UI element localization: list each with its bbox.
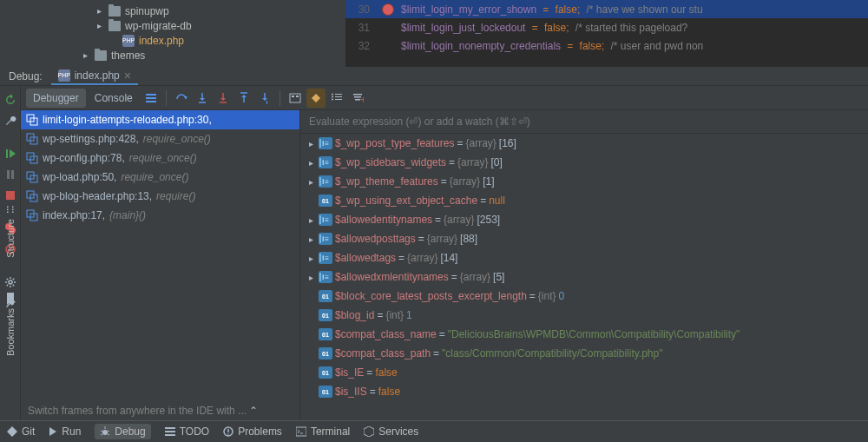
chevron-icon: ▸ (94, 21, 104, 30)
tree-item[interactable]: ▸themes (0, 48, 345, 63)
tree-item[interactable]: PHPindex.php (0, 33, 345, 48)
step-into-icon[interactable] (193, 89, 212, 108)
trace-icon[interactable] (306, 89, 326, 108)
variable-row[interactable]: 01 $blog_id = {int} 1 (300, 306, 868, 325)
threads-icon[interactable] (141, 89, 161, 108)
frames-panel[interactable]: limit-login-attempts-reloaded.php:30,wp-… (21, 110, 300, 420)
variable-row[interactable]: ▸⁞≡ $_wp_theme_features = {array} [1] (300, 172, 868, 191)
var-name: $allowedxmlentitynames (335, 271, 449, 283)
var-name: $_wp_theme_features (335, 175, 438, 188)
debug-tabs: Debug: PHP index.php × (0, 67, 868, 86)
chevron-icon: ▸ (306, 215, 316, 225)
svg-rect-57 (296, 427, 306, 436)
var-name: $allowedposttags (335, 233, 416, 245)
step-out-icon[interactable] (234, 89, 253, 108)
line-number: 32 (345, 40, 377, 52)
variable-row[interactable]: 01 $block_core_latest_posts_excerpt_leng… (300, 287, 868, 306)
frame-icon (26, 190, 38, 202)
variable-row[interactable]: 01 $compat_class_path = "class/Common/Co… (300, 344, 868, 363)
svg-rect-21 (292, 96, 294, 97)
line-number: 31 (345, 22, 377, 34)
var-name: $_wp_post_type_features (335, 137, 454, 149)
rerun-button[interactable] (0, 89, 21, 110)
code-line[interactable]: 30$limit_login_my_error_shown = false; /… (345, 0, 868, 18)
wrench-button[interactable] (0, 110, 21, 131)
variable-row[interactable]: ▸⁞≡ $allowedposttags = {array} [88] (300, 229, 868, 248)
variable-row[interactable]: 01 $is_IE = false (300, 363, 868, 382)
filter-icon[interactable]: + (348, 89, 367, 108)
stack-frame[interactable]: wp-config.php:78, require_once() (21, 148, 299, 168)
stack-frame[interactable]: wp-settings.php:428, require_once() (21, 129, 299, 148)
svg-text:+: + (360, 94, 364, 104)
console-tab[interactable]: Console (88, 89, 140, 108)
breakpoint-icon[interactable] (382, 3, 394, 16)
variables-panel[interactable]: Evaluate expression (⏎) or add a watch (… (300, 110, 868, 420)
services-button[interactable]: Services (364, 426, 418, 438)
close-icon[interactable]: × (124, 69, 131, 82)
variable-row[interactable]: 01 $compat_class_name = "DeliciousBrains… (300, 325, 868, 344)
project-tree[interactable]: ▸spinupwp▸wp-migrate-dbPHPindex.php▸them… (0, 0, 345, 67)
svg-rect-25 (335, 99, 342, 100)
svg-rect-10 (146, 97, 156, 99)
svg-rect-9 (146, 94, 156, 96)
scalar-icon: 01 (319, 366, 332, 379)
code-line[interactable]: 31$limit_login_just_lockedout = false; /… (345, 18, 868, 36)
debugger-tab[interactable]: Debugger (26, 89, 86, 108)
var-name: $is_IE (335, 366, 364, 379)
stack-frame[interactable]: limit-login-attempts-reloaded.php:30, (21, 110, 299, 129)
variable-row[interactable]: ▸⁞≡ $_wp_post_type_features = {array} [1… (300, 134, 868, 153)
svg-point-27 (332, 96, 333, 97)
svg-line-48 (108, 431, 109, 432)
bookmarks-tool[interactable]: Bookmarks (5, 293, 16, 356)
variable-row[interactable]: ▸⁞≡ $allowedentitynames = {array} [253] (300, 210, 868, 229)
array-icon: ⁞≡ (319, 214, 332, 226)
problems-button[interactable]: Problems (223, 426, 282, 438)
code-editor[interactable]: 30$limit_login_my_error_shown = false; /… (345, 0, 868, 67)
var-name: $allowedtags (335, 252, 396, 264)
terminal-button[interactable]: Terminal (296, 426, 350, 438)
variable-row[interactable]: 01 $_wp_using_ext_object_cache = null (300, 191, 868, 210)
watch-input[interactable]: Evaluate expression (⏎) or add a watch (… (300, 110, 868, 134)
frame-function: require_once() (121, 171, 188, 183)
code-line[interactable]: 32$limit_login_nonempty_credentials = fa… (345, 36, 868, 55)
run-to-cursor-icon[interactable] (255, 89, 274, 108)
svg-rect-52 (165, 431, 175, 432)
svg-rect-22 (296, 96, 299, 97)
var-name: $compat_class_path (335, 347, 431, 360)
stack-frame[interactable]: wp-load.php:50, require_once() (21, 168, 299, 187)
svg-rect-19 (266, 101, 267, 104)
svg-point-26 (332, 93, 333, 95)
force-step-into-icon[interactable] (214, 89, 233, 108)
step-over-icon[interactable] (172, 89, 191, 108)
variable-row[interactable]: ▸⁞≡ $allowedxmlentitynames = {array} [5] (300, 267, 868, 287)
tab-index-php[interactable]: PHP index.php × (51, 67, 138, 85)
chevron-icon: ▸ (80, 50, 90, 60)
variable-row[interactable]: ▸⁞≡ $allowedtags = {array} [14] (300, 248, 868, 267)
evaluate-icon[interactable] (286, 89, 305, 108)
svg-rect-20 (290, 94, 300, 102)
code-text: $limit_login_nonempty_credentials = fals… (401, 40, 703, 52)
tree-label: spinupwp (125, 5, 169, 17)
git-button[interactable]: Git (7, 426, 35, 438)
todo-button[interactable]: TODO (165, 426, 209, 438)
debug-button[interactable]: Debug (95, 424, 150, 439)
variable-row[interactable]: ▸⁞≡ $_wp_sidebars_widgets = {array} [0] (300, 153, 868, 172)
variable-row[interactable]: 01 $is_IIS = false (300, 382, 868, 401)
structure-tool[interactable]: ⫶⫶ Structure (5, 203, 16, 258)
var-name: $allowedentitynames (335, 214, 432, 226)
line-number: 30 (345, 3, 377, 16)
stack-frame[interactable]: index.php:17, {main}() (21, 206, 299, 225)
run-button[interactable]: Run (49, 426, 81, 438)
scalar-icon: 01 (319, 309, 332, 321)
chevron-icon: ▸ (306, 139, 316, 148)
var-name: $compat_class_name (335, 328, 437, 340)
code-text: $limit_login_just_lockedout = false; /* … (401, 22, 687, 34)
tree-item[interactable]: ▸wp-migrate-db (0, 18, 345, 33)
array-icon: ⁞≡ (319, 252, 332, 264)
frame-label: wp-load.php:50, (43, 171, 116, 183)
sort-icon[interactable] (327, 89, 346, 108)
left-sidebar: ⫶⫶ Structure Bookmarks (0, 156, 21, 373)
tree-item[interactable]: ▸spinupwp (0, 3, 345, 18)
stack-frame[interactable]: wp-blog-header.php:13, require() (21, 187, 299, 206)
var-name: $block_core_latest_posts_excerpt_length (335, 290, 527, 302)
